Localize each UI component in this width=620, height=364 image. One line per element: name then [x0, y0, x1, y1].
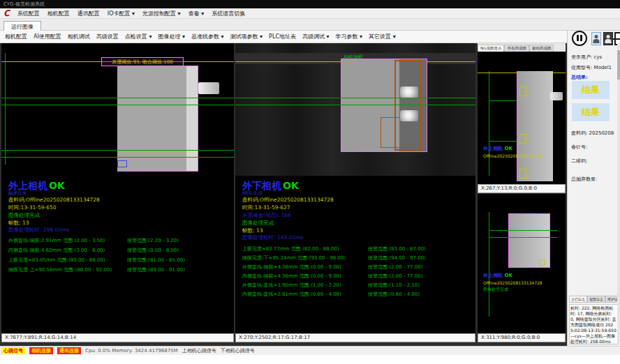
log-tab-run[interactable]: 运行日志 [569, 296, 587, 303]
overlay-green-line [489, 230, 557, 231]
toolbar-test-params[interactable]: 测试项参数 ▾ [230, 33, 263, 40]
mini-view-tabs: NG成图显示 所有内成图 极组内成图 [478, 43, 566, 52]
measurement-row: 隔膜宽度-上=90.56mm 范围:(88.00 - 92.00) 报警范围:(… [8, 266, 185, 273]
measurement-alarm: 报警范围:(83.00 - 87.00) [368, 245, 426, 252]
status-bar: 心跳信号 相机连接 通讯连接 Cpu: 0.0% Memory: 3424.41… [0, 346, 620, 355]
camera-title: 外下相机 [242, 180, 281, 191]
reflective-tab-image [400, 86, 418, 98]
menu-item-system-config[interactable]: 系统配置 [17, 10, 40, 17]
mini-process-done-text: 图像处理完成 [483, 287, 508, 293]
toolbar: 相机配置 AI使用配置 相机调试 高级设置 点检设置 ▾ 图像处理 ▾ 基准线参… [0, 31, 620, 43]
menu-item-comm-config[interactable]: 通讯配置 [78, 10, 100, 17]
toolbar-learning-params[interactable]: 学习参数 ▾ [336, 33, 363, 40]
measurement-value: 上极宽度=83.05mm 范围:(80.00 - 86.00) [8, 257, 127, 264]
time-text: 时间:13-31-59-650 [8, 204, 57, 211]
toolbar-spot-check[interactable]: 点检设置 ▾ [125, 33, 152, 40]
measurement-row: 上极宽度=83.77mm 范围:(82.00 - 88.00) 报警范围:(83… [242, 245, 426, 252]
measurement-value: 外侧直线-直线=1.90mm 范围:(1.00 - 2.20) [242, 282, 368, 289]
measurement-alarm: 报警范围:(1.10 - 2.10) [368, 282, 420, 289]
overlay-green-line [489, 141, 517, 142]
mini-camera-title: 外上相机 OK [483, 145, 512, 152]
mini-camera-view-2[interactable]: 外上相机 OK Offline20250208133134728 图像处理完成 [478, 194, 566, 333]
measurement-row: 内侧直线-隔膜:4.60mm 范围:(3.00 - 6.00) 报警范围:(0.… [8, 247, 179, 254]
right-panel-scrollbar[interactable] [617, 43, 620, 343]
measurement-row: 内侧直线-隔膜=4.38mm 范围:(0.00 - 9.00) 报警范围:(2.… [242, 273, 422, 280]
pixel-coords-readout: X:311;Y:980;R:0;G:0;B:0 [478, 333, 566, 342]
measurement-row: 上极宽度=83.05mm 范围:(80.00 - 86.00) 报警范围:(81… [8, 257, 185, 264]
toolbar-image-processing[interactable]: 图像处理 ▾ [158, 33, 185, 40]
barcode-text: 盘料码:Offline20250208133134728 [242, 197, 334, 204]
camera-image-outer-lower[interactable]: AI检测框 [235, 43, 475, 176]
app-logo-icon: C [3, 10, 10, 17]
user-button[interactable] [591, 32, 601, 45]
scrollbar-thumb[interactable] [617, 50, 620, 79]
connector-tab-image [198, 82, 219, 94]
measurement-row: 外侧直线-隔膜:2.91mm 范围:(2.00 - 3.50) 报警范围:(2.… [8, 237, 179, 244]
pixel-coords-readout: X:270;Y:2502;R:17;G:17;B:17 [235, 333, 475, 342]
qr-code-label: 二维码: [571, 158, 587, 165]
pixel-coords-readout: X:7677;Y:891;R:14;G:14;B:14 [1, 333, 234, 342]
toolbar-other-settings[interactable]: 其它设置 ▾ [369, 33, 396, 40]
toolbar-advanced-settings[interactable]: 高级设置 [96, 33, 119, 40]
mini-barcode-text: Offline20250208133134728 [483, 153, 542, 158]
measurement-value: 隔膜宽度-下=95.24mm 范围:(93.00 - 98.00) [242, 255, 368, 261]
camera-image-outer-upper[interactable]: 灰度阈值:93, 吻合阈值:100 [1, 43, 234, 176]
pause-button[interactable] [572, 31, 587, 46]
mini-camera-view-1[interactable]: 外上相机 OK Offline20250208133134728 [478, 52, 566, 184]
camera-status-ok: OK [49, 180, 65, 191]
control-buttons [570, 31, 619, 49]
toolbar-baseline-params[interactable]: 基准线参数 ▾ [191, 33, 224, 40]
overlay-green-line [1, 150, 234, 151]
right-control-panel: 登录用户: cys 使用型号: Model1 总结果: 结果 结果 盘料码: 2… [567, 31, 620, 346]
menu-item-light-config[interactable]: 光源控制配置 ▾ [142, 10, 181, 17]
overlay-green-line [1, 98, 234, 98]
login-user-label: 登录用户: [571, 54, 592, 60]
toolbar-camera-debug[interactable]: 相机调试 [68, 33, 90, 40]
mini-tab-group-images[interactable]: 极组内成图 [529, 45, 554, 52]
measurement-alarm: 报警范围:(81.00 - 85.00) [127, 257, 185, 264]
app-window: CYG-视觉检测系统 C 系统配置 相机配置 通讯配置 IO卡配置 ▾ 光源控制… [0, 0, 620, 364]
menu-item-io-config[interactable]: IO卡配置 ▾ [108, 10, 135, 17]
result-display-1: 结果 [572, 81, 610, 99]
toolbar-ai-config[interactable]: AI使用配置 [34, 33, 61, 40]
toolbar-camera-config[interactable]: 相机配置 [5, 33, 27, 40]
overlay-vline [5, 53, 6, 165]
connector-tab-image [550, 92, 563, 100]
log-output[interactable]: 耗时: 222, 网络检测耗时: 17, 网络分类耗时: 0, 网络提取分区耗时… [569, 304, 618, 344]
process-done-text: 图像处理完成 [242, 220, 274, 227]
menu-item-camera-config[interactable]: 相机配置 [47, 10, 70, 17]
toolbar-advanced-debug[interactable]: 高级调试 ▾ [302, 33, 330, 40]
overlay-blue-rect [117, 160, 127, 167]
menu-item-language[interactable]: 系统语言切换 [212, 10, 245, 17]
camera-title: 外上相机 [483, 273, 503, 278]
overlay-green-line [489, 100, 517, 101]
window-titlebar: CYG-视觉检测系统 [0, 0, 620, 8]
elapsed-text: 图像处理耗时: 143.00ms [242, 234, 303, 241]
frame-count-text: 帧数: 13 [8, 220, 29, 227]
overlay-green-line [1, 157, 234, 158]
user-switch-button[interactable] [603, 32, 613, 45]
log-tab-alarm[interactable]: 报警日志 [587, 296, 605, 303]
batch-code-row: 盘料码: 20250208 [571, 130, 614, 137]
total-result-label: 总结果: [571, 74, 588, 81]
threshold-text: 灰度阈值(动态): 166 [242, 212, 291, 219]
measurement-row: 外侧直线-直线=1.90mm 范围:(1.00 - 2.20) 报警范围:(1.… [242, 282, 420, 289]
measurement-value: 内侧直线-隔膜=4.38mm 范围:(0.00 - 9.00) [242, 273, 368, 280]
mini-tab-all-images[interactable]: 所有内成图 [504, 45, 529, 52]
camera-panel-outer-lower: AI检测框 外下相机OK MES:0:/0 盘料码:Offline2025020… [235, 43, 475, 333]
overlay-green-line [235, 105, 475, 105]
menu-item-view[interactable]: 查看 ▾ [189, 10, 205, 17]
measurement-value: 上极宽度=83.77mm 范围:(82.00 - 88.00) [242, 245, 368, 252]
toolbar-plc-address[interactable]: PLC地址表 [269, 33, 296, 40]
frame-count-text: 帧数: 13 [242, 227, 263, 234]
camera-subtitle: MES:0:/0 [242, 190, 263, 196]
camera-title: 外上相机 [483, 146, 503, 151]
camera-title: 外上相机 [8, 180, 47, 191]
comm-connection-badge: 通讯连接 [57, 347, 81, 354]
log-tabs: 运行日志 报警日志 维护日志 [569, 296, 618, 303]
pixel-coords-readout: X:267;Y:13;R:0;G:0;B:0 [478, 184, 566, 193]
overlay-green-line [235, 98, 475, 98]
mini-tab-ng-image[interactable]: NG成图显示 [478, 45, 504, 52]
measurement-row: 内侧直线-直线=2.61mm 范围:(0.60 - 4.00) 报警范围:(0.… [242, 291, 420, 298]
mini-camera-title: 外上相机 OK [483, 272, 512, 279]
